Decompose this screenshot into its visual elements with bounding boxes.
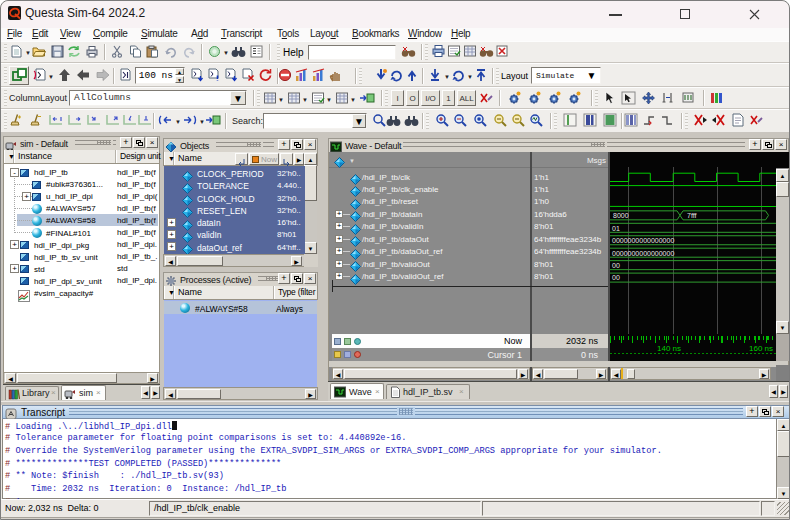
svg-text:0000000000000000: 0000000000000000 bbox=[612, 250, 674, 257]
svg-text:01: 01 bbox=[612, 225, 620, 232]
svg-text:7fff: 7fff bbox=[687, 212, 697, 219]
svg-text:8000: 8000 bbox=[613, 212, 629, 219]
svg-text:00: 00 bbox=[612, 274, 620, 281]
svg-text:00: 00 bbox=[612, 262, 620, 269]
svg-text:0000000000000000: 0000000000000000 bbox=[612, 237, 674, 244]
